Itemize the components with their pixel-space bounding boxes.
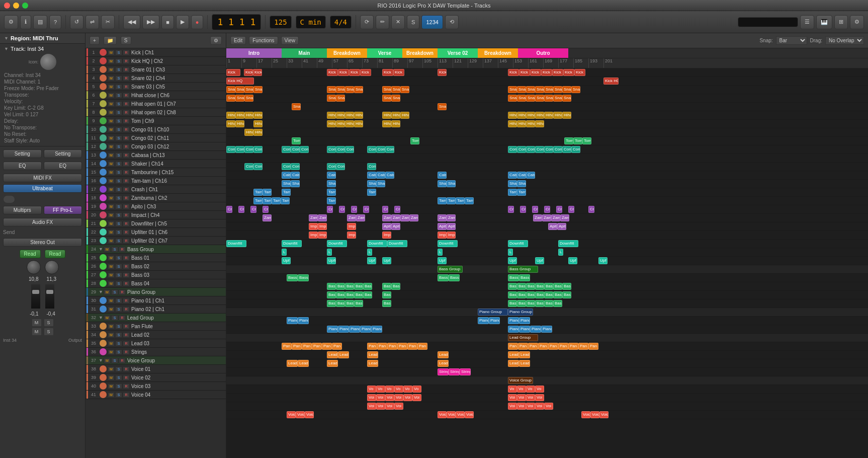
arr-row-8[interactable]: Hihat opHihat op [226, 128, 868, 137]
clip-track23-6[interactable]: Upf [535, 257, 544, 264]
track-s-4[interactable]: S [115, 75, 122, 81]
clip-track19-6[interactable]: Apito [447, 223, 456, 230]
track-m-41[interactable]: M [108, 392, 115, 398]
clip-track1-2[interactable]: Kick [253, 69, 262, 76]
track-s-40[interactable]: S [115, 384, 122, 389]
clip-track23-0[interactable]: Upf [282, 257, 291, 264]
clip-track25-5[interactable]: Bass 01 [519, 274, 530, 281]
clip-track35-0[interactable]: Lead 03 [287, 360, 298, 367]
clip-track6-12[interactable]: Hihat clo [517, 112, 526, 119]
arr-row-14[interactable]: ShakerShakerShakerShakerShakerShakerShak… [226, 180, 868, 188]
clip-track20-0[interactable]: Imp [309, 232, 318, 239]
clip-track27-3[interactable]: Bass 03 [354, 291, 363, 298]
track-row-21[interactable]: 21MSRDownfilter | Ch5 [85, 219, 226, 228]
arr-row-25[interactable]: Bass 01Bass 01Bass 01Bass 01Bass 01Bass … [226, 274, 868, 282]
arr-row-29[interactable]: Piano GroupPiano Group [226, 308, 868, 317]
track-r-14[interactable]: R [123, 161, 130, 167]
track-m-39[interactable]: M [108, 375, 115, 380]
track-r-41[interactable]: R [123, 392, 130, 398]
track-r-7[interactable]: R [123, 101, 130, 107]
clip-track19-4[interactable]: Apito [391, 223, 400, 230]
clip-track26-10[interactable]: Bass 02 [535, 283, 544, 290]
m-btn-out[interactable]: M [32, 328, 42, 336]
clip-track18-9[interactable]: Zambum [438, 214, 447, 221]
clip-track19-2[interactable]: Imp [347, 223, 356, 230]
clip-track39-8[interactable]: Voi [526, 394, 535, 401]
track-r-3[interactable]: R [123, 67, 130, 72]
clip-track17-13[interactable]: Cr [544, 206, 550, 213]
clip-track10-1[interactable]: Congo 0 [235, 146, 244, 153]
clip-track4-10[interactable]: Snare 02 [535, 95, 544, 102]
clip-track21-0[interactable]: Downfilt [226, 240, 246, 247]
track-row-40[interactable]: 40MSRVoice 03 [85, 382, 226, 391]
clip-track20-5[interactable]: Imp [447, 232, 456, 239]
clip-track10-6[interactable]: Congo 0 [300, 146, 309, 153]
clip-track33-8[interactable]: Pan Flut [387, 343, 397, 350]
track-r-25[interactable]: R [123, 255, 130, 261]
clip-track21-7[interactable]: Downfilt [558, 240, 578, 247]
track-r-22[interactable]: R [123, 230, 130, 235]
clip-track26-2[interactable]: Bass 02 [345, 283, 354, 290]
clip-track23-8[interactable]: Upf [598, 257, 607, 264]
clip-track12-5[interactable]: Congo 0 [336, 163, 345, 170]
pan-knob-1[interactable] [27, 260, 41, 274]
settings-button[interactable]: ✂ [101, 15, 115, 29]
track-r-15[interactable]: R [123, 170, 130, 175]
forward-button[interactable]: ▶▶ [142, 15, 159, 29]
track-s-32[interactable]: S [111, 315, 118, 321]
clip-track10-14[interactable]: Congo 0 [517, 146, 526, 153]
clip-track7-12[interactable]: Hihat op [535, 120, 544, 127]
clip-track4-5[interactable]: Snare 02 [382, 95, 391, 102]
clip-track33-20[interactable]: Pan Flut [588, 343, 598, 350]
clip-track26-9[interactable]: Bass 02 [526, 283, 535, 290]
track-r-10[interactable]: R [123, 127, 130, 132]
clip-track41-0[interactable]: Voice 04 [287, 411, 296, 418]
clip-track17-4[interactable]: Cr [327, 206, 333, 213]
clip-track1-3[interactable]: Kick [327, 69, 338, 76]
group-arrow-32[interactable]: ▼ [99, 315, 104, 320]
clip-track27-4[interactable]: Bass 03 [363, 291, 372, 298]
clip-track8-1[interactable]: Hihat op [253, 129, 263, 136]
clip-track14-3[interactable]: Shaker [367, 180, 376, 187]
clip-track10-0[interactable]: Congo 0 [226, 146, 235, 153]
track-r-18[interactable]: R [123, 195, 130, 201]
arr-row-41[interactable]: Voice 04Voice 04Voice 04Voice 04Voice 04… [226, 411, 868, 419]
clip-track16-7[interactable]: Tam-tar [456, 197, 465, 204]
clip-track33-19[interactable]: Pan Flut [578, 343, 588, 350]
clip-track17-0[interactable]: Cr [226, 206, 232, 213]
clip-track40-0[interactable]: Voi [367, 403, 376, 410]
clip-track15-4[interactable]: Tambou [367, 189, 376, 196]
clip-track41-8[interactable]: Voice 04 [590, 411, 599, 418]
clip-track34-1[interactable]: Lead 02 [338, 351, 349, 358]
track-s-25[interactable]: S [115, 255, 122, 261]
track-r-1[interactable]: R [123, 50, 130, 55]
track-m-7[interactable]: M [108, 101, 115, 107]
clip-track15-3[interactable]: Tambou [327, 189, 336, 196]
arr-row-13[interactable]: CabasaCabasaCabasaCabasaCabasaCabasaCaba… [226, 171, 868, 180]
record-button[interactable]: ● [191, 15, 204, 29]
loop-button[interactable]: ⟲ [445, 15, 459, 29]
arr-row-21[interactable]: DownfiltDownfiltDownfiltDownfiltDownfilt… [226, 240, 868, 248]
clip-track10-4[interactable]: Congo 0 [282, 146, 291, 153]
track-m-32[interactable]: M [104, 315, 111, 321]
section-intro[interactable]: Intro [226, 48, 282, 58]
clip-track6-7[interactable]: Hihat clo [354, 112, 363, 119]
clip-track23-4[interactable]: Upf [438, 257, 447, 264]
clip-track19-3[interactable]: Apito [382, 223, 391, 230]
track-m-8[interactable]: M [108, 110, 115, 115]
eq-btn-1[interactable]: EQ [3, 162, 42, 170]
add-track-btn[interactable]: + [90, 36, 100, 45]
track-m-1[interactable]: M [108, 50, 115, 55]
clip-track3-13[interactable]: Snare 01 [526, 86, 535, 93]
clip-track3-5[interactable]: Snare 01 [336, 86, 345, 93]
track-m-34[interactable]: M [108, 332, 115, 338]
control-button[interactable]: ⚙ [4, 15, 18, 29]
track-s-29[interactable]: S [111, 289, 118, 295]
clip-track22-3[interactable]: L [438, 249, 443, 256]
track-row-9[interactable]: 9MSRTom | Ch9 [85, 117, 226, 125]
clip-track36-2[interactable]: Strings [460, 368, 471, 375]
clip-track22-0[interactable]: L [282, 249, 287, 256]
section-breakdown1[interactable]: Breakdown [327, 48, 367, 58]
clip-track4-11[interactable]: Snare 02 [544, 95, 553, 102]
clip-track17-5[interactable]: Cr [339, 206, 345, 213]
